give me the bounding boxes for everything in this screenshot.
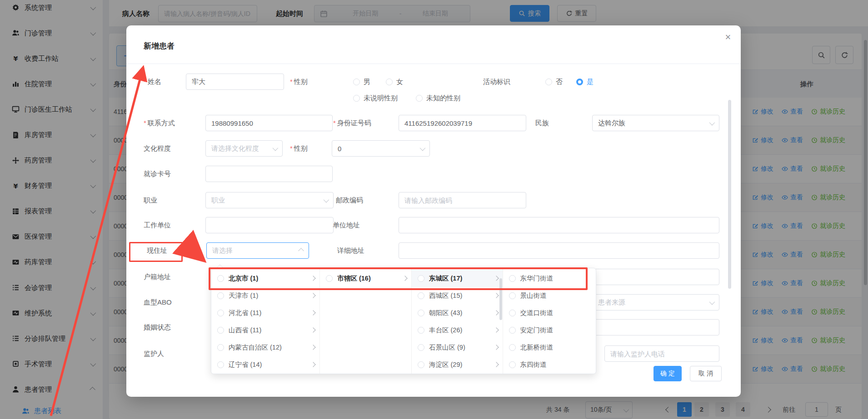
radio-selected-icon	[576, 79, 583, 85]
employer-label: 工作单位	[144, 217, 171, 233]
cascader-option[interactable]: 北新桥街道	[503, 339, 596, 356]
chevron-right-icon	[311, 345, 316, 350]
detail-address-input[interactable]	[399, 242, 719, 259]
radio-icon[interactable]	[509, 327, 516, 334]
name-label: *姓名	[144, 74, 161, 90]
cascader-option[interactable]: 内蒙古自治区 (12)	[211, 339, 319, 356]
contact-label: *联系方式	[144, 115, 175, 131]
radio-icon[interactable]	[418, 327, 424, 334]
chevron-down-icon	[324, 197, 329, 202]
modal-title: 新增患者	[144, 41, 175, 51]
cascader-option[interactable]: 丰台区 (26)	[412, 321, 503, 339]
ethnicity-select[interactable]: 达斡尔族	[592, 115, 719, 131]
gender-label: *性别	[290, 74, 308, 90]
chevron-right-icon	[311, 362, 316, 367]
employer-address-label: 单位地址	[333, 217, 360, 233]
occupation-select[interactable]: 职业	[205, 192, 334, 208]
radio-icon[interactable]	[217, 361, 224, 368]
ethnicity-label: 民族	[535, 115, 549, 131]
gender-radio-group-extra: 未说明性别 未知的性别	[353, 90, 460, 106]
guardian-phone-input[interactable]	[604, 345, 719, 362]
chevron-right-icon	[311, 310, 316, 315]
radio-icon	[353, 79, 360, 85]
radio-icon[interactable]	[418, 361, 424, 368]
chevron-right-icon	[494, 362, 499, 367]
radio-icon[interactable]	[418, 292, 424, 299]
education-select[interactable]: 请选择文化程度	[205, 140, 283, 157]
radio-icon[interactable]	[509, 310, 516, 316]
cascader-option[interactable]: 安定门街道	[503, 321, 596, 339]
id-number-input[interactable]	[399, 115, 526, 131]
radio-unknown-gender[interactable]: 未知的性别	[416, 94, 460, 103]
radio-icon[interactable]	[509, 361, 516, 368]
guardian-label: 监护人	[144, 345, 164, 362]
postal-code-input[interactable]	[399, 192, 526, 208]
current-address-cascader-select[interactable]: 请选择	[206, 242, 309, 259]
confirm-button[interactable]: 确 定	[653, 366, 682, 381]
radio-no[interactable]: 否	[545, 78, 563, 86]
radio-icon	[353, 95, 360, 102]
name-input[interactable]	[186, 74, 284, 90]
cascader-option[interactable]: 东四街道	[503, 356, 596, 373]
cascader-option[interactable]: 海淀区 (29)	[412, 356, 503, 373]
chevron-right-icon	[311, 327, 316, 332]
radio-unspecified-gender[interactable]: 未说明性别	[353, 94, 398, 103]
chevron-right-icon	[494, 293, 499, 298]
chevron-down-icon	[273, 145, 279, 151]
contact-input[interactable]	[205, 115, 333, 131]
close-icon[interactable]: ×	[721, 30, 735, 44]
radio-yes[interactable]: 是	[576, 78, 594, 86]
cascader-option[interactable]: 河北省 (11)	[211, 304, 319, 321]
chevron-right-icon	[311, 293, 316, 298]
visit-card-input[interactable]	[205, 166, 333, 182]
cascader-option[interactable]: 辽宁省 (14)	[211, 356, 319, 373]
postal-code-label: 邮政编码	[336, 192, 363, 208]
chevron-down-icon	[420, 145, 426, 151]
id-number-label: *身份证号码	[333, 115, 371, 131]
annotation-box-address-label	[129, 242, 183, 262]
detail-address-label: 详细地址	[337, 242, 364, 259]
cancel-button[interactable]: 取 消	[690, 366, 722, 381]
radio-icon[interactable]	[509, 344, 516, 351]
active-flag-radio-group: 否 是	[545, 74, 594, 90]
annotation-box-cascader-row	[209, 267, 588, 290]
radio-icon[interactable]	[217, 310, 224, 316]
visit-card-label: 就诊卡号	[144, 166, 171, 182]
chevron-down-icon	[709, 119, 715, 125]
employer-address-input[interactable]	[399, 217, 719, 233]
employer-input[interactable]	[205, 217, 334, 233]
chevron-right-icon	[494, 327, 499, 332]
chevron-right-icon	[494, 345, 499, 350]
radio-icon	[545, 79, 552, 85]
gender-radio-group: 男 女	[353, 74, 403, 90]
cascader-option[interactable]: 朝阳区 (43)	[412, 304, 503, 321]
radio-icon[interactable]	[418, 344, 424, 351]
registered-address-label: 户籍地址	[144, 269, 171, 285]
gender-code-select[interactable]: 0	[332, 140, 430, 157]
cascader-option[interactable]: 石景山区 (9)	[412, 339, 503, 356]
blood-type-label: 血型ABO	[144, 294, 172, 311]
cascader-option[interactable]: 山西省 (11)	[211, 321, 319, 339]
radio-icon[interactable]	[509, 292, 516, 299]
radio-icon	[416, 95, 423, 102]
cascader-option[interactable]: 交道口街道	[503, 304, 596, 321]
chevron-right-icon	[494, 310, 499, 315]
radio-icon	[386, 79, 393, 85]
radio-female[interactable]: 女	[386, 78, 403, 86]
gender-code-label: *性别	[290, 140, 308, 157]
radio-icon[interactable]	[217, 344, 224, 351]
radio-icon[interactable]	[217, 292, 224, 299]
marital-status-label: 婚姻状态	[144, 319, 171, 335]
patient-source-select[interactable]: 患者来源	[592, 294, 719, 311]
active-flag-label: 活动标识	[483, 74, 510, 90]
chevron-up-icon	[298, 248, 304, 254]
education-label: 文化程度	[144, 140, 171, 157]
radio-male[interactable]: 男	[353, 78, 370, 86]
radio-icon[interactable]	[418, 310, 424, 316]
occupation-label: 职业	[144, 192, 157, 208]
radio-icon[interactable]	[217, 327, 224, 334]
modal-scrollbar[interactable]	[728, 100, 731, 289]
divider	[126, 64, 741, 64]
chevron-down-icon	[709, 299, 715, 305]
